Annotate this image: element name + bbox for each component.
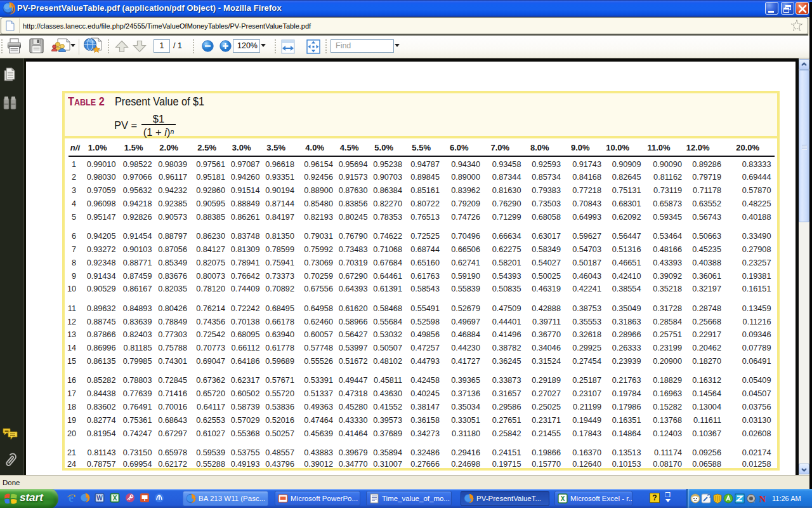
svg-text:X: X: [561, 495, 565, 502]
svg-text:X: X: [113, 495, 117, 502]
svg-text:N: N: [759, 494, 766, 504]
svg-text:W: W: [96, 495, 103, 502]
svg-text:e: e: [69, 493, 74, 503]
